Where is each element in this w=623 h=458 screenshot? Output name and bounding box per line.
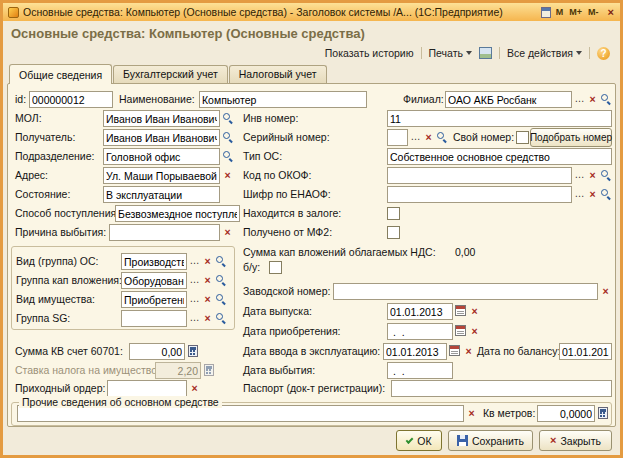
print-button[interactable]: Печать — [429, 47, 472, 59]
ok-button[interactable]: ОК — [396, 430, 442, 451]
retirement-reason-input[interactable] — [109, 224, 220, 241]
department-input[interactable] — [103, 148, 220, 165]
id-input[interactable] — [29, 91, 113, 108]
close-icon: × — [550, 435, 556, 446]
app-window: Основные средства: Компьютер (Основные с… — [0, 0, 623, 458]
os-kind-input[interactable] — [121, 253, 187, 270]
window-close-button[interactable]: × — [607, 6, 615, 18]
group-sg-input[interactable] — [121, 310, 187, 327]
property-kind-input[interactable] — [121, 291, 187, 308]
received-mf2-checkbox[interactable] — [387, 226, 400, 239]
receiver-input[interactable] — [103, 129, 220, 146]
receipt-order-clear-button[interactable]: × — [188, 380, 201, 397]
branch-select-button[interactable]: … — [573, 91, 586, 108]
mol-input[interactable] — [103, 110, 220, 127]
os-kind-select-button[interactable]: … — [188, 253, 201, 270]
department-label: Подразделение: — [15, 148, 94, 165]
sq-meters-calc-button[interactable] — [596, 405, 609, 422]
group-sg-open-button[interactable] — [214, 310, 227, 327]
pick-number-button[interactable]: Подобрать номер — [530, 128, 612, 147]
capex-group-open-button[interactable] — [214, 272, 227, 289]
enaof-clear-button[interactable]: × — [586, 186, 599, 203]
factory-number-clear-button[interactable]: × — [599, 283, 612, 300]
purchase-date-clear-button[interactable]: × — [468, 323, 481, 340]
memory-m-minus-button[interactable]: М- — [587, 7, 600, 17]
help-button[interactable]: ? — [597, 47, 610, 60]
department-open-button[interactable] — [221, 148, 234, 165]
commissioning-date-clear-button[interactable]: × — [462, 343, 475, 360]
purchase-date-calendar-button[interactable] — [454, 323, 467, 340]
sq-meters-input[interactable] — [537, 405, 595, 422]
receipt-method-label: Способ поступления: — [15, 205, 119, 222]
calculator-icon[interactable] — [541, 7, 551, 18]
receiver-open-button[interactable] — [221, 129, 234, 146]
save-button[interactable]: Сохранить — [448, 430, 533, 451]
receipt-method-input[interactable] — [115, 205, 240, 222]
serial-open-button[interactable] — [435, 129, 448, 146]
purchase-date-input[interactable] — [387, 323, 453, 340]
kv-sum-input[interactable] — [129, 343, 185, 360]
release-date-clear-button[interactable]: × — [468, 303, 481, 320]
commissioning-date-input[interactable] — [383, 343, 447, 360]
property-kind-clear-button[interactable]: × — [201, 291, 214, 308]
branch-open-button[interactable] — [599, 91, 612, 108]
receipt-order-input[interactable] — [107, 380, 187, 397]
os-kind-open-button[interactable] — [214, 253, 227, 270]
tab-tax[interactable]: Налоговый учет — [229, 65, 327, 83]
all-actions-button[interactable]: Все действия — [507, 47, 582, 59]
branch-input[interactable] — [445, 91, 572, 108]
used-checkbox[interactable] — [269, 261, 282, 274]
release-date-input[interactable] — [387, 303, 453, 320]
show-history-button[interactable]: Показать историю — [325, 47, 414, 59]
magnifier-icon — [600, 93, 611, 104]
capex-group-input[interactable] — [121, 272, 187, 289]
save-disk-icon — [457, 435, 468, 446]
property-kind-open-button[interactable] — [214, 291, 227, 308]
tab-general[interactable]: Общие сведения — [9, 64, 112, 84]
kv-sum-calc-button[interactable] — [186, 343, 199, 360]
group-sg-select-button[interactable]: … — [188, 310, 201, 327]
retirement-date-input[interactable] — [387, 362, 453, 379]
kv-sum-label: Сумма КВ счет 60701: — [15, 343, 123, 360]
group-sg-clear-button[interactable]: × — [201, 310, 214, 327]
state-label: Состояние: — [15, 186, 70, 203]
serial-select-button[interactable]: … — [409, 129, 422, 146]
os-kind-clear-button[interactable]: × — [201, 253, 214, 270]
mol-open-button[interactable] — [221, 110, 234, 127]
state-input[interactable] — [103, 186, 220, 203]
branch-clear-button[interactable]: × — [586, 91, 599, 108]
okof-clear-button[interactable]: × — [586, 167, 599, 184]
memory-m-plus-button[interactable]: М+ — [568, 7, 583, 17]
capex-group-select-button[interactable]: … — [188, 272, 201, 289]
passport-input[interactable] — [391, 380, 612, 397]
address-clear-button[interactable]: × — [221, 167, 234, 184]
okof-open-button[interactable] — [599, 167, 612, 184]
inv-number-input[interactable] — [387, 110, 612, 127]
release-date-calendar-button[interactable] — [454, 303, 467, 320]
pledged-checkbox[interactable] — [387, 207, 400, 220]
property-kind-select-button[interactable]: … — [188, 291, 201, 308]
close-button[interactable]: × Закрыть — [539, 430, 612, 451]
serial-clear-button[interactable]: × — [422, 129, 435, 146]
name-input[interactable] — [199, 91, 367, 108]
memory-m-button[interactable]: М — [555, 7, 565, 17]
enaof-input[interactable] — [387, 186, 572, 203]
other-info-clear-button[interactable]: × — [465, 405, 478, 422]
retirement-reason-clear-button[interactable]: × — [221, 224, 234, 241]
serial-number-input[interactable] — [387, 129, 408, 146]
tab-accounting[interactable]: Бухгалтерский учет — [113, 65, 228, 83]
magnifier-icon — [215, 312, 226, 323]
os-type-input[interactable] — [387, 148, 612, 165]
factory-number-input[interactable] — [333, 283, 598, 300]
okof-input[interactable] — [387, 167, 572, 184]
okof-select-button[interactable]: … — [573, 167, 586, 184]
name-label: Наименование: — [119, 91, 195, 108]
balance-date-input[interactable] — [559, 343, 612, 360]
commissioning-date-calendar-button[interactable] — [448, 343, 461, 360]
enaof-open-button[interactable] — [599, 186, 612, 203]
address-input[interactable] — [103, 167, 220, 184]
enaof-select-button[interactable]: … — [573, 186, 586, 203]
own-number-checkbox[interactable] — [516, 131, 529, 144]
picture-icon[interactable] — [479, 47, 492, 59]
capex-group-clear-button[interactable]: × — [201, 272, 214, 289]
